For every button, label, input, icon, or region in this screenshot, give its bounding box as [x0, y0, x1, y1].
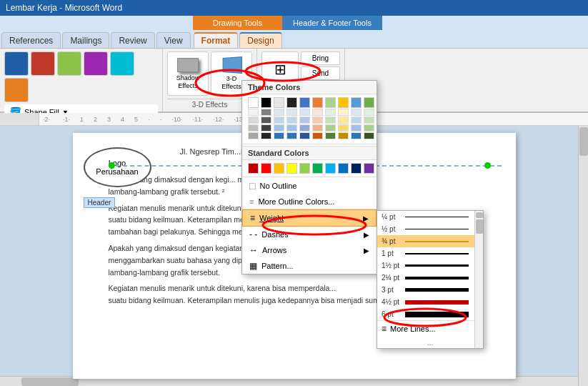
color-lightgreen[interactable]	[325, 97, 336, 108]
std-color-4[interactable]	[286, 163, 297, 174]
shape-swatch-orange[interactable]	[4, 78, 29, 102]
shade-2-3[interactable]	[274, 117, 284, 124]
tab-design[interactable]: Design	[239, 32, 281, 48]
title-bar: Lembar Kerja - Microsoft Word	[0, 0, 588, 16]
arrows-item[interactable]: ↔ Arrows ▶	[242, 242, 377, 258]
dashes-item[interactable]: - - Dashes ▶	[242, 227, 377, 242]
shade-1-5[interactable]	[299, 109, 310, 116]
weight-0.75pt[interactable]: ¾ pt	[377, 235, 483, 247]
shade-1-3[interactable]	[274, 109, 284, 116]
shade-1-4[interactable]	[286, 109, 297, 116]
tab-review[interactable]: Review	[111, 32, 154, 48]
shade-1-9[interactable]	[351, 109, 362, 116]
theme-colors-shades	[242, 109, 377, 117]
standard-colors-title: Standard Colors	[242, 146, 377, 160]
shade-2-6[interactable]	[312, 117, 323, 124]
shape-swatch-red[interactable]	[31, 51, 55, 76]
std-color-5[interactable]	[299, 163, 310, 174]
3d-effects-section-label: 3-D Effects	[167, 99, 252, 109]
weight-submenu: ¼ pt ½ pt ¾ pt 1 pt 1½ pt 2¼ pt 3 pt 4½ …	[377, 210, 484, 349]
title-text: Lembar Kerja - Microsoft Word	[6, 3, 122, 13]
shade-2-8[interactable]	[338, 117, 349, 124]
color-yellow[interactable]	[338, 97, 349, 108]
shape-swatch-blue[interactable]	[4, 51, 29, 76]
color-green[interactable]	[364, 97, 374, 108]
shade-2-9[interactable]	[351, 117, 362, 124]
std-color-1[interactable]	[248, 163, 259, 174]
weight-1.5pt[interactable]: 1½ pt	[377, 259, 483, 272]
weight-3pt[interactable]: 3 pt	[377, 284, 483, 296]
std-color-9[interactable]	[351, 163, 362, 174]
weight-0.25pt[interactable]: ¼ pt	[377, 211, 483, 223]
shade-1-1[interactable]	[248, 109, 259, 116]
std-color-2[interactable]	[261, 163, 271, 174]
weight-0.5pt[interactable]: ½ pt	[377, 223, 483, 235]
color-orange[interactable]	[312, 97, 323, 108]
pattern-item[interactable]: ▦ Pattern...	[242, 258, 377, 274]
theme-colors-title: Theme Colors	[242, 81, 377, 94]
header-label-container: Header	[84, 197, 116, 207]
shade-1-2[interactable]	[261, 109, 271, 116]
std-color-3[interactable]	[274, 163, 284, 174]
shade-2-10[interactable]	[364, 117, 374, 124]
shadow-effects-button[interactable]: Shadow Effects	[167, 51, 209, 96]
shade-2-5[interactable]	[299, 117, 310, 124]
theme-colors-shades3	[242, 124, 377, 132]
color-lightblue[interactable]	[351, 97, 362, 108]
tab-mailings[interactable]: Mailings	[62, 32, 109, 48]
header-footer-tools-label: Header & Footer Tools	[282, 16, 382, 30]
weight-submenu-scrollbar[interactable]	[474, 211, 483, 348]
shade-2-2[interactable]	[261, 117, 271, 124]
weight-6pt[interactable]: 6 pt	[377, 308, 483, 320]
shade-1-6[interactable]	[312, 109, 323, 116]
std-color-6[interactable]	[312, 163, 323, 174]
more-outline-colors-item[interactable]: ≡ More Outline Colors...	[242, 194, 377, 209]
bring-button[interactable]: Bring	[301, 51, 340, 65]
theme-colors-shades4	[242, 132, 377, 142]
weight-2.25pt[interactable]: 2¼ pt	[377, 272, 483, 284]
tab-format[interactable]: Format	[194, 32, 239, 48]
scrollbar-vertical[interactable]	[578, 126, 588, 386]
shade-1-8[interactable]	[338, 109, 349, 116]
theme-colors-row1	[242, 94, 377, 109]
tab-view[interactable]: View	[156, 32, 191, 48]
drawing-tools-label: Drawing Tools	[193, 16, 282, 30]
theme-colors-shades2	[242, 117, 377, 124]
color-black[interactable]	[261, 97, 271, 108]
more-lines-dots: ...	[377, 337, 483, 348]
header-label: Header	[84, 197, 116, 208]
shade-2-7[interactable]	[325, 117, 336, 124]
weight-1pt[interactable]: 1 pt	[377, 247, 483, 259]
shape-swatch-purple[interactable]	[84, 51, 108, 76]
std-color-10[interactable]	[364, 163, 374, 174]
divider-1	[242, 144, 377, 144]
color-lightgray[interactable]	[274, 97, 284, 108]
tab-references[interactable]: References	[1, 32, 61, 48]
shade-1-7[interactable]	[325, 109, 336, 116]
no-outline-item[interactable]: □ No Outline	[242, 177, 377, 194]
shape-styles-section: 🪣 Shape Fill ▼ □ Shape Outline ▼ Shape S…	[0, 49, 163, 112]
weight-4.5pt[interactable]: 4½ pt	[377, 296, 483, 308]
standard-colors-row	[242, 160, 377, 177]
weight-item[interactable]: ≡ Weight ▶	[242, 209, 377, 227]
shape-outline-dropdown: Theme Colors	[241, 80, 377, 274]
shape-swatch-green[interactable]	[57, 51, 81, 76]
shade-1-10[interactable]	[364, 109, 374, 116]
color-darkgray[interactable]	[286, 97, 297, 108]
color-white[interactable]	[248, 97, 259, 108]
shade-2-4[interactable]	[286, 117, 297, 124]
std-color-7[interactable]	[325, 163, 336, 174]
shape-swatch-cyan[interactable]	[110, 51, 134, 76]
more-lines-item[interactable]: ≡ More Lines...	[377, 321, 483, 337]
shade-2-1[interactable]	[248, 117, 259, 124]
color-blue[interactable]	[299, 97, 310, 108]
std-color-8[interactable]	[338, 163, 349, 174]
send-button[interactable]: Send	[301, 66, 340, 80]
